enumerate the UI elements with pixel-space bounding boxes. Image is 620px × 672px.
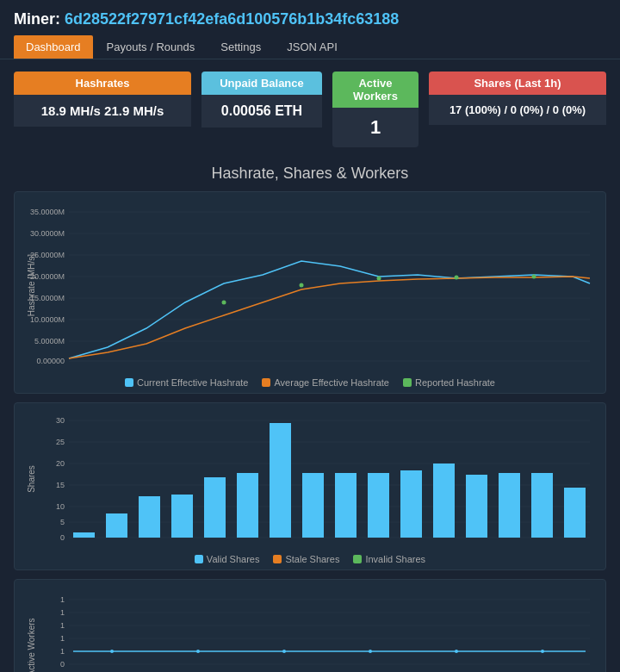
svg-text:10.0000M: 10.0000M	[30, 315, 65, 324]
stats-row: Hashrates 18.9 MH/s 21.9 MH/s Unpaid Bal…	[14, 72, 606, 147]
svg-text:1: 1	[60, 595, 65, 604]
legend-dot-invalid	[353, 555, 362, 563]
workers-value: 1	[332, 108, 418, 147]
legend-dot-current	[125, 378, 133, 387]
legend-stale-shares: Stale Shares	[273, 554, 339, 564]
svg-rect-51	[531, 473, 553, 538]
nav-payouts[interactable]: Payouts / Rounds	[95, 35, 208, 59]
svg-point-19	[377, 277, 381, 281]
nav-jsonapi[interactable]: JSON API	[275, 35, 350, 59]
svg-rect-48	[433, 464, 455, 538]
shares-title: Shares (Last 1h)	[429, 72, 606, 95]
svg-point-18	[300, 283, 304, 288]
svg-text:15.0000M: 15.0000M	[30, 294, 65, 302]
svg-text:Hashrate [MH/s]: Hashrate [MH/s]	[27, 254, 36, 316]
unpaid-value: 0.00056 ETH	[202, 95, 322, 128]
svg-point-21	[532, 275, 536, 279]
svg-point-74	[196, 650, 200, 653]
svg-point-76	[369, 650, 372, 653]
unpaid-title: Unpaid Balance	[202, 72, 322, 95]
svg-point-20	[455, 276, 459, 280]
hashrates-title: Hashrates	[14, 72, 191, 95]
workers-chart: Active Workers 1 1 1 1 1 0 0 0 0	[22, 587, 598, 672]
legend-label-stale: Stale Shares	[285, 554, 339, 564]
shares-value: 17 (100%) / 0 (0%) / 0 (0%)	[429, 95, 606, 125]
svg-text:0: 0	[60, 533, 65, 542]
shares-chart-container: Shares 30 25 20 15 10 5 0	[14, 402, 606, 570]
svg-rect-52	[564, 488, 586, 538]
svg-rect-49	[466, 475, 487, 538]
workers-card: Active Workers 1	[332, 72, 418, 147]
svg-point-73	[110, 650, 114, 653]
workers-chart-container: Active Workers 1 1 1 1 1 0 0 0 0	[14, 579, 606, 672]
hashrates-card: Hashrates 18.9 MH/s 21.9 MH/s	[14, 72, 191, 147]
legend-dot-reported	[403, 378, 412, 387]
legend-label-valid: Valid Shares	[207, 554, 260, 564]
svg-text:5.0000M: 5.0000M	[34, 337, 65, 345]
shares-card: Shares (Last 1h) 17 (100%) / 0 (0%) / 0 …	[429, 72, 606, 147]
svg-text:0.00000: 0.00000	[36, 357, 65, 365]
hashrate-legend: Current Effective Hashrate Average Effec…	[22, 377, 598, 388]
svg-rect-39	[139, 496, 160, 538]
svg-text:35.0000M: 35.0000M	[30, 208, 65, 216]
svg-text:20: 20	[56, 459, 65, 468]
legend-dot-stale	[273, 555, 282, 563]
chart-section-title: Hashrate, Shares & Workers	[14, 165, 606, 183]
svg-text:Shares: Shares	[27, 465, 36, 493]
legend-current-hashrate: Current Effective Hashrate	[125, 377, 248, 388]
legend-dot-avg	[262, 378, 270, 387]
legend-label-avg: Average Effective Hashrate	[274, 377, 389, 388]
svg-text:1: 1	[60, 608, 65, 617]
svg-text:5: 5	[60, 518, 65, 526]
legend-valid-shares: Valid Shares	[195, 554, 260, 564]
svg-point-75	[282, 650, 286, 653]
svg-text:1: 1	[60, 634, 65, 643]
svg-point-17	[222, 301, 226, 305]
svg-rect-37	[73, 532, 95, 538]
svg-text:25: 25	[56, 438, 65, 446]
svg-rect-40	[171, 495, 193, 538]
svg-text:1: 1	[60, 647, 65, 656]
shares-chart: Shares 30 25 20 15 10 5 0	[22, 410, 598, 548]
svg-rect-47	[400, 470, 422, 538]
legend-invalid-shares: Invalid Shares	[353, 554, 425, 564]
legend-label-invalid: Invalid Shares	[365, 554, 425, 564]
legend-label-current: Current Effective Hashrate	[137, 377, 248, 388]
hashrate-chart-container: Hashrate [MH/s] 35.0000M 30.0000M 25.000…	[14, 191, 606, 394]
svg-rect-38	[106, 513, 127, 538]
svg-text:1: 1	[60, 621, 65, 630]
svg-text:25.0000M: 25.0000M	[30, 251, 65, 259]
svg-text:20.0000M: 20.0000M	[30, 272, 65, 281]
svg-rect-42	[237, 473, 258, 538]
main-content: Hashrates 18.9 MH/s 21.9 MH/s Unpaid Bal…	[0, 59, 620, 672]
nav-dashboard[interactable]: Dashboard	[14, 35, 93, 59]
miner-title: Miner: 6d28522f27971cf42efa6d100576b1b34…	[14, 10, 606, 28]
svg-rect-46	[368, 473, 389, 538]
svg-text:30: 30	[56, 416, 65, 425]
svg-point-78	[541, 650, 544, 653]
svg-text:10: 10	[56, 502, 65, 511]
svg-text:30.0000M: 30.0000M	[30, 229, 65, 238]
svg-rect-43	[270, 423, 291, 538]
svg-rect-50	[499, 473, 520, 538]
svg-rect-45	[335, 473, 356, 538]
unpaid-card: Unpaid Balance 0.00056 ETH	[202, 72, 322, 147]
legend-label-reported: Reported Hashrate	[415, 377, 495, 388]
svg-point-77	[455, 650, 458, 653]
miner-hash: 6d28522f27971cf42efa6d100576b1b34fc63188	[65, 10, 399, 28]
miner-label: Miner:	[14, 10, 60, 28]
nav-settings[interactable]: Settings	[208, 35, 273, 59]
svg-text:0: 0	[60, 660, 65, 669]
hashrates-value: 18.9 MH/s 21.9 MH/s	[14, 95, 191, 127]
legend-dot-valid	[195, 555, 203, 563]
nav-bar: Dashboard Payouts / Rounds Settings JSON…	[14, 35, 606, 59]
hashrate-chart: Hashrate [MH/s] 35.0000M 30.0000M 25.000…	[22, 199, 598, 371]
svg-text:15: 15	[56, 481, 65, 489]
legend-avg-hashrate: Average Effective Hashrate	[262, 377, 389, 388]
svg-rect-44	[302, 473, 324, 538]
svg-text:Active Workers: Active Workers	[27, 618, 36, 672]
legend-reported-hashrate: Reported Hashrate	[403, 377, 495, 388]
svg-rect-41	[204, 477, 226, 538]
workers-title: Active Workers	[332, 72, 418, 108]
header: Miner: 6d28522f27971cf42efa6d100576b1b34…	[0, 0, 620, 59]
